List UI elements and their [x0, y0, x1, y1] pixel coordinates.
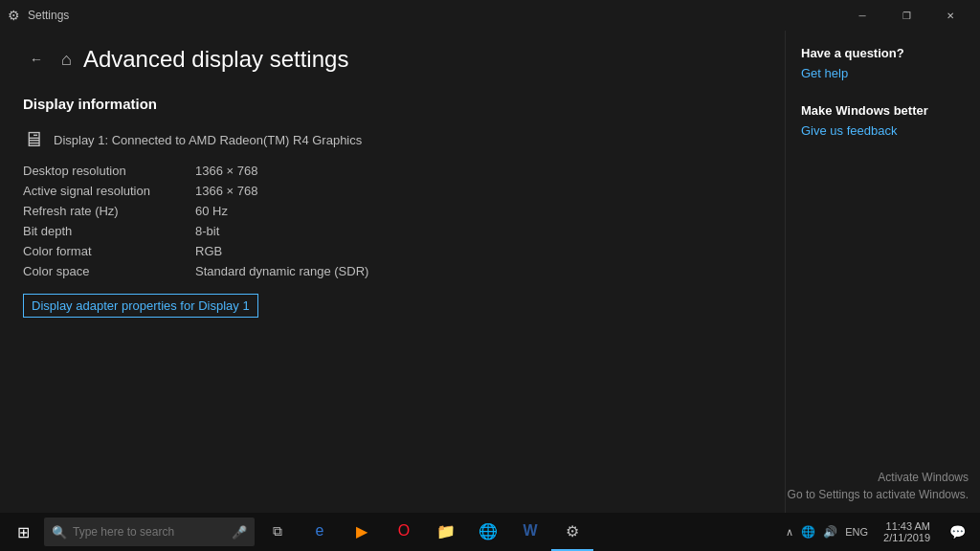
sys-tray: ∧ 🌐 🔊 ENG	[778, 525, 876, 539]
word-button[interactable]: W	[509, 513, 551, 551]
start-button[interactable]: ⊞	[4, 513, 42, 551]
content-area: ← ⌂ Advanced display settings Display in…	[0, 31, 980, 513]
titlebar-controls: ─ ❐ ✕	[840, 0, 972, 31]
adapter-properties-link[interactable]: Display adapter properties for Display 1	[23, 294, 258, 318]
settings-button[interactable]: ⚙	[551, 513, 593, 551]
network-icon: 🌐	[801, 525, 815, 539]
edge-button[interactable]: e	[299, 513, 341, 551]
microphone-icon: 🎤	[232, 525, 247, 540]
minimize-button[interactable]: ─	[840, 0, 884, 31]
chrome-icon: 🌐	[479, 522, 498, 540]
files-icon: 📁	[436, 522, 456, 540]
page-title: Advanced display settings	[83, 46, 349, 73]
titlebar-title: Settings	[28, 9, 69, 22]
taskbar-search-bar[interactable]: 🔍 🎤	[44, 518, 255, 546]
page-header: ← ⌂ Advanced display settings	[23, 46, 762, 73]
restore-button[interactable]: ❐	[884, 0, 928, 31]
taskbar-right: ∧ 🌐 🔊 ENG 11:43 AM 2/11/2019 💬	[778, 513, 976, 551]
activate-line2: Go to Settings to activate Windows.	[788, 486, 969, 503]
clock-date: 2/11/2019	[883, 532, 930, 543]
task-view-button[interactable]: ⧉	[256, 513, 299, 551]
info-value: 1366 × 768	[195, 184, 762, 198]
notification-icon: 💬	[949, 524, 966, 540]
info-table: Desktop resolution1366 × 768Active signa…	[23, 164, 762, 278]
give-feedback-link[interactable]: Give us feedback	[801, 123, 965, 138]
info-value: RGB	[195, 244, 762, 258]
info-label: Color format	[23, 244, 195, 258]
files-button[interactable]: 📁	[425, 513, 467, 551]
taskbar-apps: ⧉ e ▶ O 📁 🌐 W ⚙	[256, 513, 593, 551]
monitor-icon: 🖥	[23, 127, 44, 152]
activate-watermark: Activate Windows Go to Settings to activ…	[788, 469, 969, 503]
search-icon: 🔍	[52, 525, 67, 540]
chrome-button[interactable]: 🌐	[467, 513, 509, 551]
get-help-link[interactable]: Get help	[801, 66, 965, 80]
volume-icon: 🔊	[823, 525, 837, 539]
titlebar-left: ⚙ Settings	[8, 8, 69, 23]
opera-button[interactable]: O	[383, 513, 425, 551]
word-icon: W	[523, 522, 537, 540]
info-value: Standard dynamic range (SDR)	[195, 264, 762, 278]
info-label: Refresh rate (Hz)	[23, 204, 195, 218]
display-info-block: Display information 🖥 Display 1: Connect…	[23, 96, 762, 318]
language-indicator: ENG	[845, 526, 868, 538]
close-button[interactable]: ✕	[928, 0, 972, 31]
search-input[interactable]	[73, 525, 216, 539]
info-label: Desktop resolution	[23, 164, 195, 178]
clock[interactable]: 11:43 AM 2/11/2019	[878, 520, 936, 543]
info-label: Bit depth	[23, 224, 195, 238]
windows-icon: ⊞	[17, 523, 30, 541]
taskbar: ⊞ 🔍 🎤 ⧉ e ▶ O 📁 🌐	[0, 513, 980, 551]
vlc-button[interactable]: ▶	[341, 513, 383, 551]
right-panel: Have a question? Get help Make Windows b…	[785, 31, 980, 513]
chevron-up-icon[interactable]: ∧	[786, 526, 793, 539]
titlebar: ⚙ Settings ─ ❐ ✕	[0, 0, 980, 31]
notification-button[interactable]: 💬	[938, 513, 976, 551]
activate-line1: Activate Windows	[788, 469, 969, 486]
section-title: Display information	[23, 96, 762, 112]
opera-icon: O	[398, 522, 410, 540]
info-label: Color space	[23, 264, 195, 278]
info-value: 1366 × 768	[195, 164, 762, 178]
info-value: 60 Hz	[195, 204, 762, 218]
task-view-icon: ⧉	[273, 523, 282, 540]
sidebar-section-help: Have a question? Get help	[801, 46, 965, 80]
display-name: Display 1: Connected to AMD Radeon(TM) R…	[54, 133, 362, 147]
settings-icon: ⚙	[8, 8, 20, 23]
info-value: 8-bit	[195, 224, 762, 238]
display-icon-row: 🖥 Display 1: Connected to AMD Radeon(TM)…	[23, 127, 762, 152]
info-label: Active signal resolution	[23, 184, 195, 198]
taskbar-left: ⊞ 🔍 🎤 ⧉ e ▶ O 📁 🌐	[4, 513, 593, 551]
vlc-icon: ▶	[356, 522, 368, 540]
left-panel: ← ⌂ Advanced display settings Display in…	[0, 31, 785, 513]
make-better-heading: Make Windows better	[801, 103, 965, 118]
back-button[interactable]: ←	[23, 46, 50, 73]
clock-time: 11:43 AM	[886, 520, 930, 532]
sidebar-section-feedback: Make Windows better Give us feedback	[801, 103, 965, 138]
question-heading: Have a question?	[801, 46, 965, 60]
home-icon: ⌂	[61, 50, 72, 70]
edge-icon: e	[316, 522, 324, 540]
settings-taskbar-icon: ⚙	[566, 522, 579, 540]
